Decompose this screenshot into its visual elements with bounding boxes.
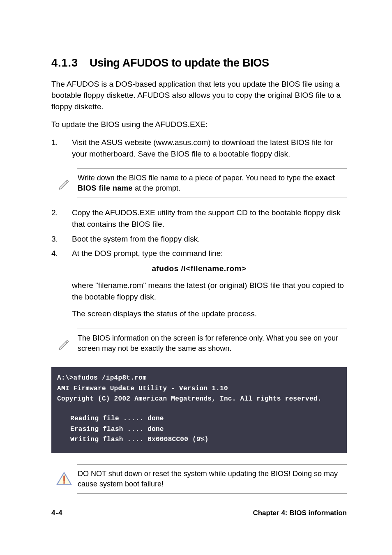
step-number: 4. [51,248,72,259]
step-text: At the DOS prompt, type the command line… [72,248,347,259]
section-title: Using AFUDOS to update the BIOS [90,57,269,69]
lead-paragraph: To update the BIOS using the AFUDOS.EXE: [51,119,347,130]
step-4: 4. At the DOS prompt, type the command l… [51,248,347,259]
command-line: afudos /i<filename.rom> [51,263,347,274]
note-box-1: Write down the BIOS file name to a piece… [51,168,347,198]
terminal-line: Reading file ..... done [57,414,341,424]
step-text: Visit the ASUS website (www.asus.com) to… [72,137,347,159]
terminal-line: Copyright (C) 2002 American Megatrends, … [57,394,341,405]
terminal-line: AMI Firmware Update Utility - Version 1.… [57,384,341,394]
note-box-2: The BIOS information on the screen is fo… [51,329,347,358]
note-content: The BIOS information on the screen is fo… [77,329,347,358]
step-3: 3. Boot the system from the floppy disk. [51,233,347,245]
section-number: 4.1.3 [51,55,78,71]
note-text-pre: Write down the BIOS file name to a piece… [78,174,315,182]
step-text: Copy the AFUDOS.EXE utility from the sup… [72,207,347,230]
intro-paragraph: The AFUDOS is a DOS-based application th… [51,78,347,113]
after-command-1: where "filename.rom" means the latest (o… [72,280,347,302]
terminal-line: Writing flash .... 0x0008CC00 (9%) [57,435,341,445]
pencil-icon [51,336,77,351]
warning-content: DO NOT shut down or reset the system whi… [77,464,347,494]
after-command-2: The screen displays the status of the up… [72,308,347,320]
step-1: 1. Visit the ASUS website (www.asus.com)… [51,137,347,159]
pencil-icon [51,176,77,191]
note-content: Write down the BIOS file name to a piece… [77,168,347,198]
terminal-line: A:\>afudos /ip4p8t.rom [57,373,341,384]
section-heading: 4.1.3Using AFUDOS to update the BIOS [51,55,347,71]
svg-point-5 [63,482,65,484]
warning-box: DO NOT shut down or reset the system whi… [51,464,347,494]
step-number: 1. [51,137,72,159]
page-footer: 4-4 Chapter 4: BIOS information [51,503,347,518]
warning-icon [51,470,77,488]
step-number: 3. [51,233,72,245]
terminal-output: A:\>afudos /ip4p8t.rom AMI Firmware Upda… [51,367,347,453]
chapter-label: Chapter 4: BIOS information [253,508,347,518]
page-number: 4-4 [51,508,63,518]
note-text-post: at the prompt. [133,184,180,192]
terminal-line: Erasing flash .... done [57,424,341,435]
step-text: Boot the system from the floppy disk. [72,233,347,245]
step-number: 2. [51,207,72,230]
step-2: 2. Copy the AFUDOS.EXE utility from the … [51,207,347,230]
